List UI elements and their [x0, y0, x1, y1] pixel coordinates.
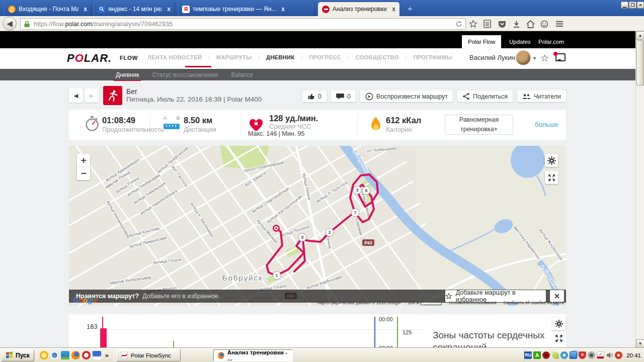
polar-logo[interactable]: POLAR. — [67, 52, 112, 65]
scroll-up-button[interactable]: ▲ — [636, 31, 644, 40]
start-button[interactable]: Пуск — [1, 349, 34, 361]
like-button[interactable]: 0 — [302, 90, 327, 102]
quicklaunch-chrome-icon[interactable] — [50, 351, 59, 359]
chart-expand-button[interactable] — [555, 334, 563, 342]
bookmark-star-icon[interactable] — [467, 18, 479, 30]
replay-route-button[interactable]: Воспроизвести маршрут — [360, 90, 453, 102]
tab-close-icon[interactable]: x — [392, 6, 395, 13]
subnav-balance[interactable]: Balance — [231, 71, 253, 78]
fullscreen-arrows-icon — [548, 174, 555, 182]
nav-routes[interactable]: МАРШРУТЫ — [210, 54, 258, 60]
menu-hamburger-icon[interactable] — [553, 18, 566, 30]
feedback-smiley-icon[interactable] — [538, 18, 550, 30]
nav-feed[interactable]: ЛЕНТА НОВОСТЕЙ — [141, 54, 208, 60]
window-restore-button[interactable]: ❐ — [629, 2, 636, 9]
tray-webcam-icon[interactable] — [588, 351, 595, 359]
tab-polar-active[interactable]: Анализ тренировки - Polar F... x — [318, 2, 399, 16]
map-fullscreen-button[interactable] — [545, 171, 558, 184]
svg-text:8: 8 — [301, 235, 303, 240]
comments-button[interactable]: 0 — [331, 90, 356, 102]
map-canvas: просп. Георгиевскийул. Куйбышевавуліца А… — [69, 146, 566, 306]
chart-settings-button[interactable] — [552, 317, 566, 330]
hr-minmax: Макс. 146 | Мин. 95 — [248, 130, 305, 137]
scroll-down-button[interactable]: ▼ — [636, 339, 644, 348]
chevron-down-icon[interactable]: ▾ — [533, 55, 536, 61]
quicklaunch-save-icon[interactable] — [93, 351, 101, 359]
updates-tab[interactable]: Updates — [503, 35, 537, 48]
polar-flow-tab[interactable]: Polar Flow — [462, 35, 501, 48]
back-button[interactable]: ◀ — [3, 17, 17, 31]
zoom-in-button[interactable]: + — [77, 154, 90, 167]
subnav-recovery[interactable]: Статус восстановления — [152, 71, 218, 78]
cursor-line[interactable] — [374, 317, 375, 348]
language-indicator[interactable]: RU — [524, 351, 532, 359]
tray-drweb-icon[interactable] — [542, 351, 550, 359]
flame-icon — [370, 116, 382, 133]
tab-close-icon[interactable]: x — [84, 6, 87, 13]
svg-text:3: 3 — [356, 188, 358, 193]
tab-yandex[interactable]: Я темповые тренировки — Ян... x — [178, 2, 315, 16]
tray-volume-icon[interactable] — [606, 351, 613, 359]
nav-community[interactable]: СООБЩЕСТВО — [349, 54, 406, 60]
map-zoom-control[interactable]: + − — [77, 154, 90, 180]
tray-security-alert-icon[interactable]: × — [579, 351, 586, 359]
downloads-icon[interactable] — [510, 18, 522, 30]
google-logo[interactable]: Google — [73, 296, 98, 304]
marker-line[interactable] — [397, 317, 398, 348]
nav-diary[interactable]: ДНЕВНИК — [260, 54, 301, 60]
home-icon[interactable] — [524, 18, 536, 30]
task-polar-flowsync[interactable]: Polar FlowSync — [116, 349, 181, 361]
tray-sync-ok-icon[interactable]: ✓ — [597, 351, 604, 359]
tray-torrent-icon[interactable] — [560, 351, 568, 359]
tab-close-icon[interactable]: x — [281, 6, 285, 13]
route-map[interactable]: просп. Георгиевскийул. Куйбышевавуліца А… — [69, 146, 566, 306]
tab-close-icon[interactable]: x — [167, 6, 171, 13]
page-scrollbar[interactable]: ▲ ▼ — [635, 31, 644, 348]
window-close-button[interactable]: × — [637, 2, 644, 9]
tab-yandex-search[interactable]: яндекс - 14 млн результато... x — [94, 2, 175, 16]
nav-programs[interactable]: ПРОГРАММЫ — [407, 54, 458, 60]
quicklaunch-opera-icon[interactable] — [82, 351, 91, 359]
tray-app-icon[interactable] — [615, 351, 622, 359]
task-firefox-polar[interactable]: Анализ тренировки - ... — [213, 349, 293, 361]
favorites-star-icon[interactable]: ☆ — [540, 52, 549, 64]
pocket-icon[interactable] — [496, 18, 508, 30]
followers-button[interactable]: Читатели — [517, 90, 566, 102]
divider — [240, 115, 240, 135]
tab-title: темповые тренировки — Ян... — [193, 6, 276, 13]
terms-link[interactable]: Условия использования — [449, 300, 496, 305]
avatar[interactable] — [516, 50, 531, 65]
quicklaunch-app-icon[interactable] — [61, 351, 69, 359]
new-tab-button[interactable]: + — [404, 4, 417, 14]
notifications-icon[interactable] — [555, 53, 566, 61]
tab-mailru[interactable]: @ Входящие - Почта Mail.Ru x — [4, 2, 92, 16]
tray-network-icon[interactable] — [570, 351, 577, 359]
report-error-link[interactable]: Сообщить об ошибке на карте — [504, 300, 564, 305]
quicklaunch-overflow-chevron[interactable]: » — [105, 351, 109, 359]
subnav-diary[interactable]: Дневник — [116, 71, 139, 78]
quicklaunch-mail-agent-icon[interactable] — [40, 351, 48, 359]
bookmarks-menu-icon[interactable] — [481, 18, 493, 30]
more-link[interactable]: больше — [535, 121, 558, 128]
training-benefit-button[interactable]: Равномернаятренировка+ — [445, 115, 513, 135]
hr-chart-panel[interactable]: [уд./мин.] 163 00:00 00:00 125 Зоны част… — [69, 314, 566, 348]
tray-leaf-icon[interactable] — [551, 351, 559, 359]
expand-arrows-icon — [555, 334, 563, 342]
comment-icon — [336, 93, 344, 100]
taskbar-clock[interactable]: 20:41 — [626, 352, 641, 358]
zoom-out-button[interactable]: − — [77, 167, 90, 180]
window-minimize-button[interactable]: ▁ — [621, 2, 628, 9]
nav-progress[interactable]: ПРОГРЕСС — [302, 54, 348, 60]
scrollbar-thumb[interactable] — [636, 40, 644, 85]
mailru-favicon: @ — [8, 6, 16, 13]
divider — [357, 115, 358, 135]
map-settings-button[interactable] — [545, 154, 558, 167]
address-bar[interactable]: https://flow.polar.com/training/analysis… — [20, 18, 466, 30]
share-button[interactable]: Поделиться — [457, 90, 513, 102]
diary-subnav: Дневник Статус восстановления Balance — [0, 69, 635, 80]
quicklaunch-firefox-icon[interactable] — [71, 351, 80, 359]
tray-antivirus-icon[interactable]: A — [533, 351, 541, 359]
user-name[interactable]: Василий Лукин — [469, 54, 515, 61]
reload-icon[interactable] — [455, 21, 462, 28]
polarcom-tab[interactable]: Polar.com — [532, 35, 570, 48]
